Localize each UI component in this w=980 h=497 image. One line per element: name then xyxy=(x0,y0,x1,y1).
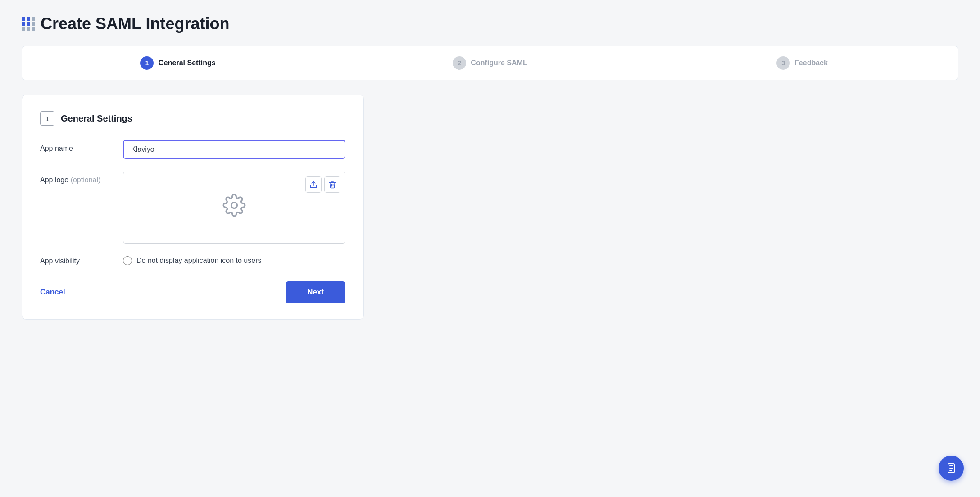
delete-button[interactable] xyxy=(324,176,340,193)
logo-upload-box[interactable] xyxy=(123,172,345,244)
page-title: Create SAML Integration xyxy=(41,14,229,33)
app-logo-label: App logo (optional) xyxy=(40,172,112,184)
app-name-label: App name xyxy=(40,140,112,153)
app-name-input-area xyxy=(123,140,345,159)
step-feedback[interactable]: 3 Feedback xyxy=(646,46,958,80)
form-actions: Cancel Next xyxy=(40,281,345,303)
next-button[interactable]: Next xyxy=(286,281,345,303)
visibility-radio[interactable] xyxy=(123,256,132,265)
cancel-button[interactable]: Cancel xyxy=(40,284,65,300)
step-1-label: General Settings xyxy=(158,59,215,67)
page-header: Create SAML Integration xyxy=(22,14,958,33)
step-2-number: 2 xyxy=(453,56,466,70)
step-2-label: Configure SAML xyxy=(471,59,527,67)
section-number: 1 xyxy=(40,111,54,126)
logo-placeholder-icon xyxy=(222,194,246,221)
logo-toolbar xyxy=(305,176,340,193)
step-3-label: Feedback xyxy=(794,59,828,67)
visibility-checkbox-area: Do not display application icon to users xyxy=(123,256,262,265)
app-name-row: App name xyxy=(40,140,345,159)
app-logo-row: App logo (optional) xyxy=(40,172,345,244)
step-3-number: 3 xyxy=(776,56,790,70)
visibility-option-text: Do not display application icon to users xyxy=(136,257,262,265)
app-grid-icon xyxy=(22,17,35,31)
step-general-settings[interactable]: 1 General Settings xyxy=(22,46,334,80)
steps-progress: 1 General Settings 2 Configure SAML 3 Fe… xyxy=(22,46,958,80)
app-name-input[interactable] xyxy=(123,140,345,159)
fab-button[interactable] xyxy=(939,456,964,481)
app-visibility-row: App visibility Do not display applicatio… xyxy=(40,256,345,265)
form-card: 1 General Settings App name App logo (op… xyxy=(22,95,364,320)
svg-point-1 xyxy=(231,203,237,208)
upload-button[interactable] xyxy=(305,176,322,193)
app-logo-input-area xyxy=(123,172,345,244)
app-visibility-label: App visibility xyxy=(40,256,112,265)
step-configure-saml[interactable]: 2 Configure SAML xyxy=(334,46,646,80)
section-title: General Settings xyxy=(61,113,132,124)
step-1-number: 1 xyxy=(140,56,154,70)
section-header: 1 General Settings xyxy=(40,111,345,126)
